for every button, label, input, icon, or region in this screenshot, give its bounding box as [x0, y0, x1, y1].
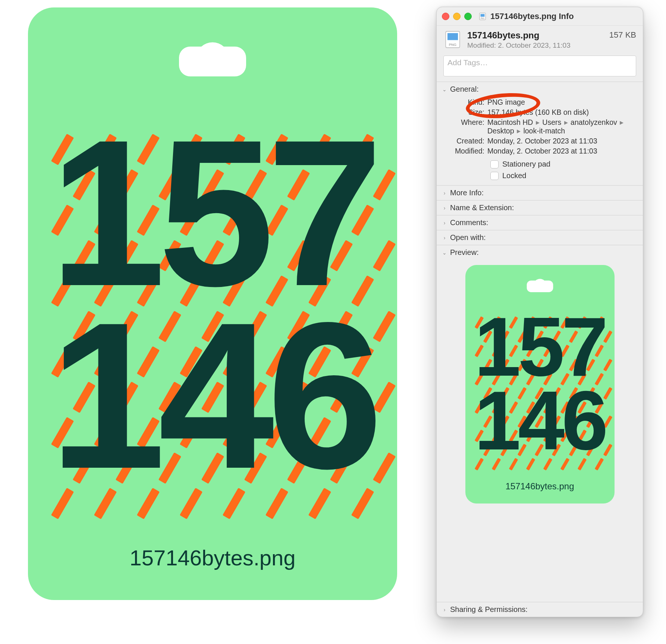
section-open-with-header[interactable]: › Open with: [437, 230, 643, 245]
svg-rect-1 [481, 14, 485, 16]
stationery-pad-checkbox-row: Stationery pad [443, 160, 636, 168]
modified-label: Modified: [443, 147, 487, 155]
chevron-right-icon: › [442, 235, 447, 241]
section-sharing-permissions: › Sharing & Permissions: [437, 602, 643, 617]
chevron-down-icon: ⌄ [442, 250, 447, 256]
chevron-right-icon: › [442, 205, 447, 211]
section-general: ⌄ General: Kind: PNG image Size: 157.146… [437, 82, 643, 185]
chevron-right-icon: › [442, 190, 447, 196]
chevron-down-icon: ⌄ [442, 86, 447, 92]
svg-rect-4 [447, 33, 458, 40]
svg-text:PNG: PNG [481, 18, 484, 19]
file-thumbnail-icon: PNG [443, 30, 462, 49]
file-header: PNG 157146bytes.png Modified: 2. October… [437, 26, 643, 51]
close-window-button[interactable] [442, 13, 449, 20]
chevron-right-icon: › [442, 220, 447, 226]
svg-text:PNG: PNG [449, 43, 456, 47]
card-caption: 157146bytes.png [28, 545, 397, 570]
size-label: Size: [443, 108, 487, 117]
stationery-pad-checkbox[interactable] [490, 160, 499, 168]
preview-number-top: 157 [465, 310, 615, 383]
locked-label: Locked [502, 171, 527, 180]
kind-value: PNG image [487, 98, 636, 107]
kind-label: Kind: [443, 98, 487, 107]
section-name-extension-title: Name & Extension: [450, 203, 514, 212]
file-type-icon: PNG [478, 12, 487, 20]
window-title: 157146bytes.png Info [490, 12, 574, 21]
modified-value: Monday, 2. October 2023 at 11:03 [487, 147, 636, 155]
file-size-short: 157 KB [609, 30, 636, 40]
chevron-right-icon: › [442, 607, 447, 613]
locked-checkbox[interactable] [490, 172, 499, 180]
locked-checkbox-row: Locked [443, 171, 636, 180]
created-label: Created: [443, 137, 487, 145]
preview-number-bottom: 146 [465, 383, 615, 457]
image-card: 157 146 157146bytes.png [28, 7, 397, 600]
section-general-header[interactable]: ⌄ General: [437, 82, 643, 97]
section-more-info-header[interactable]: › More Info: [437, 186, 643, 200]
section-name-extension: › Name & Extension: [437, 200, 643, 215]
section-sharing-permissions-title: Sharing & Permissions: [450, 605, 528, 614]
titlebar: PNG 157146bytes.png Info [437, 7, 643, 26]
file-name: 157146bytes.png [467, 30, 604, 41]
file-modified-short: Modified: 2. October 2023, 11:03 [467, 41, 604, 50]
section-open-with-title: Open with: [450, 233, 486, 242]
section-sharing-permissions-header[interactable]: › Sharing & Permissions: [437, 602, 643, 617]
stationery-pad-label: Stationery pad [502, 160, 550, 168]
section-comments-header[interactable]: › Comments: [437, 215, 643, 230]
created-value: Monday, 2. October 2023 at 11:03 [487, 137, 636, 145]
card-number-top: 157 [28, 121, 397, 305]
section-general-title: General: [450, 85, 479, 94]
tags-input[interactable]: Add Tags… [443, 56, 636, 76]
size-value: 157.146 bytes (160 KB on disk) [487, 108, 636, 117]
where-label: Where: [443, 118, 487, 135]
section-comments: › Comments: [437, 215, 643, 230]
preview-caption: 157146bytes.png [465, 481, 615, 492]
where-value: Macintosh HD ▸ Users ▸ anatolyzenkov ▸ D… [487, 118, 636, 135]
section-preview-header[interactable]: ⌄ Preview: [437, 245, 643, 260]
section-name-extension-header[interactable]: › Name & Extension: [437, 201, 643, 215]
card-number-bottom: 146 [28, 304, 397, 487]
hang-tag-hole-icon [519, 273, 560, 294]
info-window: PNG 157146bytes.png Info PNG 157146bytes… [436, 7, 643, 617]
section-more-info: › More Info: [437, 185, 643, 200]
section-more-info-title: More Info: [450, 189, 484, 197]
section-preview: ⌄ Preview: 157 146 157146bytes.png [437, 245, 643, 602]
minimize-window-button[interactable] [453, 13, 461, 20]
section-comments-title: Comments: [450, 218, 488, 227]
zoom-window-button[interactable] [464, 13, 472, 20]
preview-image: 157 146 157146bytes.png [465, 265, 615, 503]
section-open-with: › Open with: [437, 230, 643, 245]
section-preview-title: Preview: [450, 248, 479, 257]
hang-tag-hole-icon [160, 28, 265, 80]
